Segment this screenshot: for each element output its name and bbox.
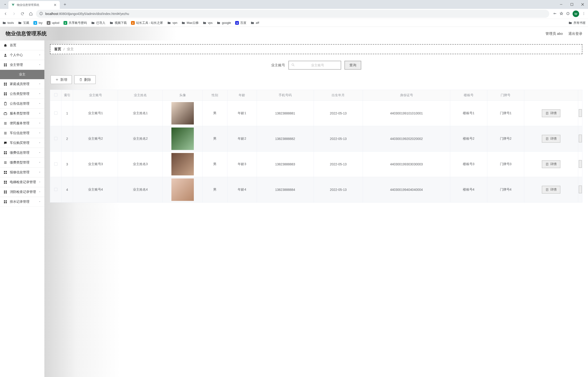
sidebar-subitem-active[interactable]: 业主 (0, 70, 44, 79)
sidebar-item[interactable]: 排水记录管理 (0, 197, 44, 207)
sidebar-item[interactable]: 报修信息管理 (0, 167, 44, 177)
bookmark-item[interactable]: tools (2, 21, 14, 25)
nav-back-button[interactable] (2, 11, 9, 17)
tab-title: 物业信息管理系统 (17, 3, 51, 7)
grid-icon (3, 171, 8, 174)
col-index: 索引 (61, 90, 73, 101)
all-bookmarks-button[interactable]: 所有书签 (568, 21, 586, 25)
sidebar-item[interactable]: 便民服务管理 (0, 118, 44, 128)
bookmark-item[interactable]: 宝藏 (18, 21, 29, 25)
new-tab-button[interactable] (62, 1, 68, 8)
bookmark-item[interactable]: vps (203, 21, 212, 25)
detail-button[interactable]: 详情 (542, 135, 560, 143)
bookmark-item[interactable]: google (217, 21, 231, 25)
bookmark-label: 共享账号密码 (69, 21, 87, 25)
extra-action-button[interactable] (579, 186, 582, 193)
sidebar-item[interactable]: 服务类型管理 (0, 109, 44, 118)
sidebar-item[interactable]: 业主管理 (0, 60, 44, 70)
tab-close-button[interactable] (53, 3, 57, 7)
site-info-icon[interactable] (39, 12, 43, 16)
close-window-button[interactable] (577, 0, 588, 9)
tab-search-dropdown[interactable] (2, 1, 8, 8)
bookmark-item[interactable]: Max云梯 (182, 21, 198, 25)
browser-chrome: 物业信息管理系统 localhost:8080/django435y5/admi… (0, 0, 588, 27)
minimize-button[interactable] (556, 0, 566, 9)
sidebar-item[interactable]: 个人中心 (0, 50, 44, 60)
extra-action-button[interactable] (579, 135, 582, 142)
row-checkbox[interactable] (54, 111, 58, 115)
extra-action-button[interactable] (579, 109, 582, 117)
sidebar-item[interactable]: 电梯检查记录管理 (0, 177, 44, 187)
nav-reload-button[interactable] (19, 11, 26, 17)
select-all-checkbox[interactable] (54, 93, 58, 96)
folder-icon (251, 21, 254, 25)
folder-icon (217, 21, 220, 25)
sidebar-item[interactable]: 缴费信息管理 (0, 148, 44, 158)
cell-account: 业主账号3 (73, 152, 118, 177)
row-checkbox[interactable] (54, 188, 58, 191)
row-checkbox[interactable] (54, 137, 58, 140)
star-icon (560, 12, 563, 15)
table-wrap: 索引 业主账号 业主姓名 头像 性别 年龄 手机号码 出生年月 身份证号 楼栋号… (50, 90, 582, 202)
sidebar-item[interactable]: 公告信息管理 (0, 99, 44, 109)
extensions-button[interactable] (566, 12, 570, 16)
nav-forward-button[interactable] (11, 11, 17, 17)
bookmark-item[interactable]: 视频下载 (110, 21, 127, 25)
maximize-button[interactable] (566, 0, 577, 9)
svg-rect-40 (4, 202, 5, 203)
bookmark-label: vps (208, 21, 212, 24)
arrow-right-icon (12, 12, 16, 16)
nav-home-button[interactable] (28, 11, 34, 17)
cell-index: 4 (61, 177, 73, 202)
delete-button[interactable]: 删除 (74, 75, 96, 84)
bookmark-star-button[interactable] (560, 12, 563, 16)
sidebar-item[interactable]: 首页 (0, 40, 44, 50)
sidebar-item[interactable]: 消防检查记录管理 (0, 187, 44, 197)
chat-icon (3, 141, 8, 145)
add-button[interactable]: 新增 (50, 75, 72, 84)
extra-action-button[interactable] (579, 160, 582, 168)
bookmark-item[interactable]: ●uplod (47, 21, 59, 25)
detail-button[interactable]: 详情 (542, 160, 560, 168)
bookmark-item[interactable]: ●百度 (235, 21, 246, 25)
data-table: 索引 业主账号 业主姓名 头像 性别 年龄 手机号码 出生年月 身份证号 楼栋号… (50, 90, 582, 202)
bookmark-item[interactable]: 已导入 (91, 21, 105, 25)
document-icon (545, 163, 549, 166)
bookmark-item[interactable]: ●共享账号密码 (64, 21, 87, 25)
bookmark-item[interactable]: ●txy (33, 21, 43, 25)
bookmark-item[interactable]: vpn (167, 21, 177, 25)
url-text: localhost:8080/django435y5/admin/dist/in… (45, 12, 129, 16)
svg-rect-25 (6, 153, 7, 154)
sidebar-item[interactable]: 公告类型管理 (0, 89, 44, 99)
grid-icon (3, 92, 8, 96)
folder-icon (568, 21, 572, 25)
svg-rect-15 (4, 93, 5, 94)
table-row: 1业主账号1业主姓名1男年龄1138238888812022-05-134403… (50, 101, 582, 126)
search-button[interactable]: 查询 (345, 61, 361, 70)
bookmark-item[interactable]: aff (251, 21, 259, 25)
admin-label[interactable]: 管理员 abo (545, 32, 563, 36)
col-action-extra (578, 90, 582, 101)
url-bar[interactable]: localhost:8080/django435y5/admin/dist/in… (36, 10, 549, 18)
sidebar-item[interactable]: 家庭成员管理 (0, 79, 44, 89)
browser-tab-active[interactable]: 物业信息管理系统 (8, 1, 60, 9)
sidebar-item[interactable]: 缴费类型管理 (0, 158, 44, 167)
favicon-icon: ● (47, 21, 50, 25)
profile-avatar[interactable]: W (573, 11, 579, 17)
svg-rect-20 (5, 102, 6, 103)
browser-menu-button[interactable] (582, 12, 586, 16)
sidebar-item[interactable]: 车位信息管理 (0, 128, 44, 138)
bookmark-item[interactable]: ●站长工具 - 站长之家 (131, 21, 163, 25)
sidebar-item-label: 家庭成员管理 (10, 82, 29, 86)
detail-button[interactable]: 详情 (542, 109, 560, 117)
password-key-icon[interactable] (553, 12, 557, 16)
sidebar-item[interactable]: 车位购买管理 (0, 138, 44, 148)
search-input[interactable] (297, 63, 338, 67)
logout-link[interactable]: 退出登录 (568, 32, 582, 36)
row-checkbox[interactable] (54, 162, 58, 165)
nav-bar: localhost:8080/django435y5/admin/dist/in… (0, 9, 588, 19)
list-icon (3, 121, 8, 125)
cell-gender: 男 (202, 126, 228, 152)
breadcrumb-home[interactable]: 首页 (54, 47, 61, 51)
detail-button[interactable]: 详情 (542, 186, 560, 194)
